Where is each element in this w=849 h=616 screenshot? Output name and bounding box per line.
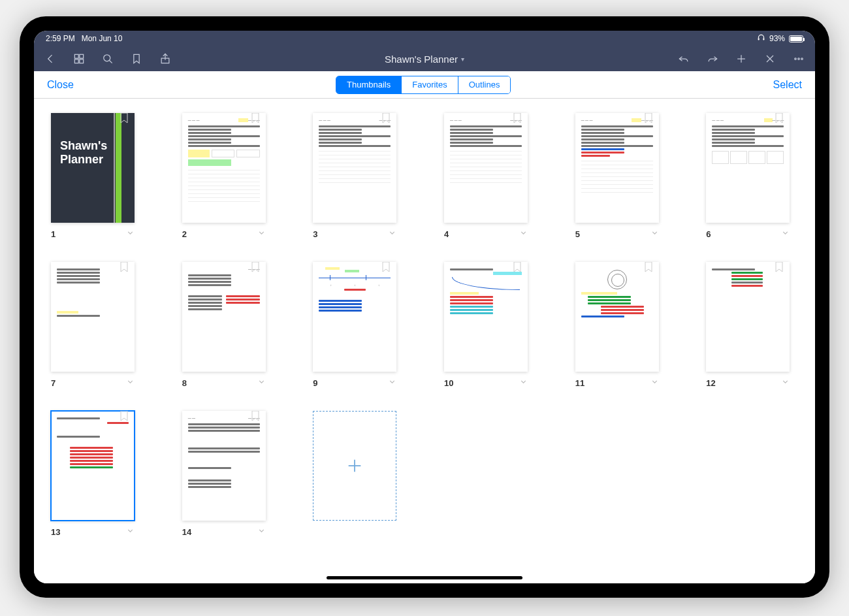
thumbnail-cell: ↑↑↑9 bbox=[313, 262, 405, 389]
page-thumbnail[interactable]: — — — — — — bbox=[182, 113, 266, 223]
page-thumbnail[interactable]: — — —— — — bbox=[313, 113, 396, 223]
thumbnail-grid-scroll[interactable]: Shawn'sPlanner1— — — — — —2— — —— — —3— … bbox=[34, 99, 815, 583]
thumbnail-label-row: 8 bbox=[182, 377, 266, 389]
bookmark-ribbon-icon bbox=[120, 411, 128, 421]
thumbnail-browser-header: Close Thumbnails Favorites Outlines Sele… bbox=[34, 71, 815, 99]
grid-view-button[interactable] bbox=[72, 52, 86, 66]
page-options-button[interactable] bbox=[257, 228, 266, 240]
battery-icon bbox=[789, 35, 803, 42]
page-options-button[interactable] bbox=[781, 228, 790, 240]
thumbnail-cell: Shawn'sPlanner1 bbox=[51, 113, 143, 240]
page-options-button[interactable] bbox=[781, 377, 790, 389]
page-thumbnail[interactable] bbox=[51, 262, 135, 372]
thumbnail-label-row: 11 bbox=[575, 377, 659, 389]
bookmark-ribbon-icon bbox=[382, 262, 390, 272]
page-number: 5 bbox=[575, 229, 580, 239]
page-options-button[interactable] bbox=[126, 228, 135, 240]
bookmark-ribbon-icon bbox=[645, 113, 652, 123]
page-number: 3 bbox=[313, 229, 317, 239]
page-number: 9 bbox=[313, 378, 317, 388]
bookmark-button[interactable] bbox=[129, 52, 144, 66]
page-options-button[interactable] bbox=[257, 377, 266, 389]
page-options-button[interactable] bbox=[388, 228, 396, 240]
page-thumbnail[interactable]: ↑↑↑ bbox=[313, 262, 396, 372]
page-options-button[interactable] bbox=[519, 377, 528, 389]
plus-icon bbox=[345, 457, 364, 475]
page-number: 12 bbox=[706, 378, 715, 388]
svg-rect-5 bbox=[80, 59, 84, 63]
svg-rect-4 bbox=[74, 59, 78, 63]
svg-line-7 bbox=[110, 61, 112, 63]
page-thumbnail[interactable] bbox=[51, 411, 135, 521]
ipad-bezel: 2:59 PM Mon Jun 10 93% Shawn's Planner ▾ bbox=[20, 16, 829, 598]
status-date: Mon Jun 10 bbox=[82, 34, 123, 43]
document-title-dropdown[interactable]: Shawn's Planner ▾ bbox=[187, 54, 662, 65]
chevron-down-icon: ▾ bbox=[461, 56, 464, 63]
tab-thumbnails[interactable]: Thumbnails bbox=[336, 76, 402, 93]
close-button[interactable]: Close bbox=[47, 79, 74, 91]
scissors-button[interactable] bbox=[763, 52, 777, 66]
page-thumbnail[interactable]: — — — — — — bbox=[706, 113, 790, 223]
page-thumbnail[interactable]: — — — — — — bbox=[575, 113, 659, 223]
bookmark-ribbon-icon bbox=[775, 113, 783, 123]
page-options-button[interactable] bbox=[650, 377, 659, 389]
select-button[interactable]: Select bbox=[773, 79, 802, 91]
svg-point-13 bbox=[795, 58, 797, 60]
share-button[interactable] bbox=[158, 52, 172, 66]
search-button[interactable] bbox=[101, 52, 115, 66]
svg-point-14 bbox=[798, 58, 800, 60]
thumbnail-label-row: 3 bbox=[313, 228, 396, 240]
add-page-button[interactable] bbox=[313, 411, 396, 521]
thumbnail-cell: — — — — — —6 bbox=[706, 113, 798, 240]
undo-button[interactable] bbox=[677, 52, 691, 66]
page-thumbnail[interactable]: Shawn'sPlanner bbox=[51, 113, 135, 223]
bookmark-ribbon-icon bbox=[513, 113, 521, 123]
bookmark-ribbon-icon bbox=[251, 411, 259, 421]
page-number: 2 bbox=[182, 229, 187, 239]
thumbnail-label-row: 6 bbox=[706, 228, 790, 240]
view-mode-segmented-control: Thumbnails Favorites Outlines bbox=[336, 76, 511, 94]
screen: 2:59 PM Mon Jun 10 93% Shawn's Planner ▾ bbox=[34, 31, 815, 583]
thumbnail-cell: — — — — — —2 bbox=[182, 113, 274, 240]
thumbnail-cell: — — —— — —4 bbox=[444, 113, 536, 240]
page-thumbnail[interactable]: — — —— — — bbox=[444, 113, 528, 223]
page-thumbnail[interactable] bbox=[575, 262, 659, 372]
page-number: 6 bbox=[706, 229, 711, 239]
page-number: 7 bbox=[51, 378, 56, 388]
redo-button[interactable] bbox=[705, 52, 720, 66]
add-button[interactable] bbox=[734, 52, 748, 66]
home-indicator[interactable] bbox=[327, 576, 522, 579]
tab-favorites[interactable]: Favorites bbox=[402, 76, 458, 93]
page-thumbnail[interactable] bbox=[444, 262, 528, 372]
page-options-button[interactable] bbox=[519, 228, 528, 240]
svg-rect-3 bbox=[80, 54, 84, 58]
thumbnail-label-row: 7 bbox=[51, 377, 135, 389]
bookmark-ribbon-icon bbox=[120, 262, 128, 272]
page-options-button[interactable] bbox=[126, 377, 135, 389]
thumbnail-label-row: 2 bbox=[182, 228, 266, 240]
back-button[interactable] bbox=[43, 52, 57, 66]
status-bar: 2:59 PM Mon Jun 10 93% bbox=[34, 31, 815, 46]
more-button[interactable] bbox=[792, 52, 806, 66]
page-options-button[interactable] bbox=[388, 377, 396, 389]
page-number: 14 bbox=[182, 527, 191, 537]
thumbnail-cell: — — —8 bbox=[182, 262, 274, 389]
thumbnail-cell: 10 bbox=[444, 262, 536, 389]
page-thumbnail[interactable]: — —— — — bbox=[182, 411, 266, 521]
status-time: 2:59 PM bbox=[46, 34, 75, 43]
tab-outlines[interactable]: Outlines bbox=[458, 76, 511, 93]
page-options-button[interactable] bbox=[650, 228, 659, 240]
bookmark-ribbon-icon bbox=[513, 262, 521, 272]
thumbnail-cell: — — — — — —5 bbox=[575, 113, 667, 240]
thumbnail-label-row: 13 bbox=[51, 526, 135, 538]
page-thumbnail[interactable] bbox=[706, 262, 790, 372]
page-options-button[interactable] bbox=[126, 526, 135, 538]
page-thumbnail[interactable]: — — — bbox=[182, 262, 266, 372]
svg-point-6 bbox=[104, 55, 110, 61]
bookmark-ribbon-icon bbox=[251, 262, 259, 272]
thumbnail-label-row: 1 bbox=[51, 228, 135, 240]
page-options-button[interactable] bbox=[257, 526, 266, 538]
svg-rect-1 bbox=[763, 38, 764, 40]
bookmark-ribbon-icon bbox=[645, 262, 652, 272]
thumbnail-label-row: 4 bbox=[444, 228, 528, 240]
